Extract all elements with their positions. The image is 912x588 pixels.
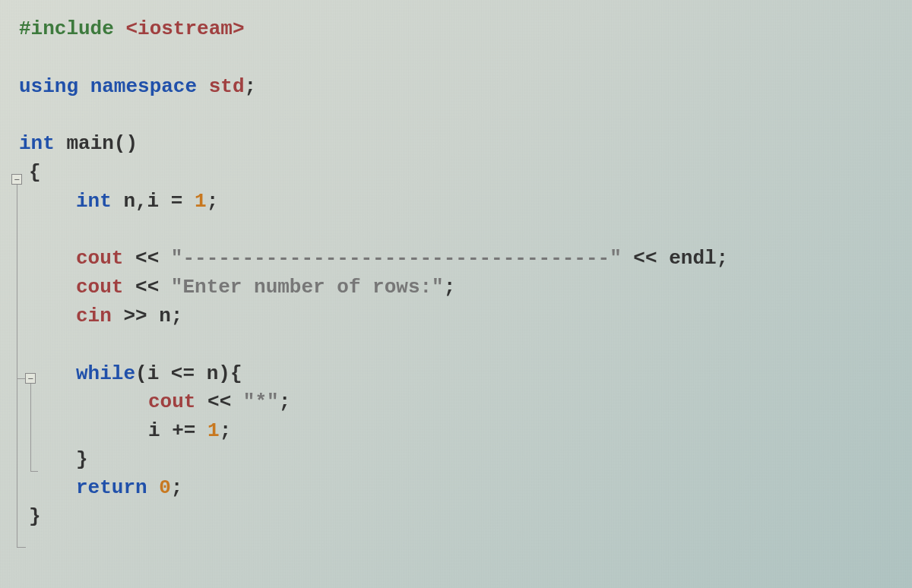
operator-token: <= [171, 362, 195, 385]
code-line[interactable]: cout << "Enter number of rows:"; [0, 273, 912, 302]
semicolon-token: ; [171, 305, 183, 327]
semicolon-token: ; [220, 419, 232, 442]
code-editor: − − #include <iostream> using namespace … [0, 0, 912, 532]
blank-line [0, 216, 912, 245]
operator-token: << [195, 390, 242, 413]
string-token: "Enter number of rows:" [171, 276, 444, 299]
brace-token: { [29, 161, 41, 184]
brace-token: } [76, 448, 88, 471]
identifier-token: cin [76, 305, 112, 327]
semicolon-token: ; [171, 476, 183, 499]
semicolon-token: ; [717, 247, 729, 270]
code-line[interactable]: } [0, 446, 912, 475]
string-token: "------------------------------------" [171, 247, 622, 270]
identifier-token: cout [148, 390, 195, 413]
code-line[interactable]: } [0, 503, 912, 532]
identifier-token: n [159, 305, 171, 327]
angle-bracket-token: < [125, 17, 138, 40]
space [182, 190, 195, 213]
code-line[interactable]: cout << "*"; [0, 388, 912, 417]
keyword-token: namespace [90, 75, 197, 98]
paren-token: ( [135, 362, 147, 385]
code-line[interactable]: int n,i = 1; [0, 188, 912, 217]
semicolon-token: ; [444, 276, 456, 299]
keyword-token: int [76, 190, 112, 213]
code-line[interactable]: cout << "-------------------------------… [0, 245, 912, 273]
identifier-token: endl [669, 247, 716, 270]
blank-line [0, 101, 912, 130]
preprocessor-token: #include [19, 17, 114, 40]
keyword-token: return [76, 476, 147, 499]
semicolon-token: ; [207, 190, 219, 213]
blank-line [0, 331, 912, 360]
semicolon-token: ; [244, 75, 256, 98]
identifier-token: cout [76, 276, 123, 299]
code-line[interactable]: #include <iostream> [0, 15, 912, 44]
code-line[interactable]: return 0; [0, 474, 912, 503]
operator-token: += [172, 419, 195, 442]
code-line[interactable]: while(i <= n){ [0, 360, 912, 389]
number-token: 0 [159, 476, 171, 499]
identifier-token: n [195, 362, 218, 385]
string-token: "*" [243, 390, 279, 413]
function-name-token: main [66, 132, 113, 155]
operator-token: << [123, 276, 170, 299]
identifier-token: n,i [112, 190, 171, 213]
brace-token: { [230, 362, 242, 385]
identifier-token: cout [76, 247, 123, 270]
identifier-token: std [209, 75, 245, 98]
paren-token: ) [218, 362, 230, 385]
identifier-token: i [148, 419, 172, 442]
keyword-token: int [19, 132, 55, 155]
operator-token: << [123, 247, 170, 270]
operator-token: = [171, 190, 183, 213]
identifier-token: i [147, 362, 171, 385]
header-name-token: iostream [138, 17, 233, 40]
operator-token: << [622, 247, 669, 270]
operator-token: >> [112, 305, 159, 327]
fold-line [17, 547, 26, 548]
code-line[interactable]: cin >> n; [0, 302, 912, 331]
keyword-token: using [19, 75, 78, 98]
semicolon-token: ; [279, 390, 291, 413]
brace-token: } [29, 505, 41, 528]
number-token: 1 [195, 190, 207, 213]
keyword-token: while [76, 362, 135, 385]
code-line[interactable]: i += 1; [0, 417, 912, 446]
code-line[interactable]: { [0, 159, 912, 188]
paren-token: () [114, 132, 138, 155]
space [147, 476, 160, 499]
number-token: 1 [207, 419, 220, 442]
code-line[interactable]: int main() [0, 130, 912, 159]
blank-line [0, 44, 912, 73]
angle-bracket-token: > [233, 17, 245, 40]
code-line[interactable]: using namespace std; [0, 73, 912, 102]
space [195, 419, 207, 442]
